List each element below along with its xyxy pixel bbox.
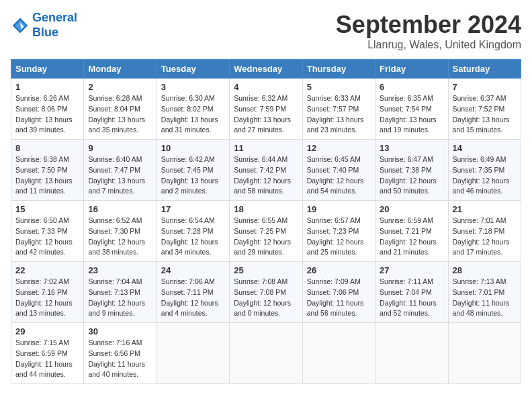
day-info: Sunrise: 6:44 AMSunset: 7:42 PMDaylight:…: [234, 154, 298, 197]
calendar-cell: 30Sunrise: 7:16 AMSunset: 6:56 PMDayligh…: [84, 323, 157, 384]
logo: General Blue: [11, 11, 77, 40]
day-info: Sunrise: 7:06 AMSunset: 7:11 PMDaylight:…: [161, 277, 225, 319]
page-container: General Blue September 2024 Llanrug, Wal…: [11, 11, 521, 384]
day-number: 6: [380, 82, 443, 92]
weekday-header: Saturday: [448, 60, 521, 79]
calendar-cell: 19Sunrise: 6:57 AMSunset: 7:23 PMDayligh…: [302, 201, 375, 262]
calendar-cell: 28Sunrise: 7:13 AMSunset: 7:01 PMDayligh…: [448, 262, 521, 323]
day-info: Sunrise: 6:33 AMSunset: 7:57 PMDaylight:…: [307, 93, 371, 136]
day-number: 28: [453, 265, 517, 275]
calendar-cell: 26Sunrise: 7:09 AMSunset: 7:06 PMDayligh…: [302, 262, 375, 323]
day-number: 12: [307, 143, 371, 153]
day-number: 10: [161, 143, 225, 153]
day-number: 21: [453, 204, 517, 214]
calendar-cell: 24Sunrise: 7:06 AMSunset: 7:11 PMDayligh…: [157, 262, 229, 323]
calendar-cell: 22Sunrise: 7:02 AMSunset: 7:16 PMDayligh…: [11, 262, 84, 323]
day-info: Sunrise: 6:42 AMSunset: 7:45 PMDaylight:…: [161, 154, 225, 197]
calendar-cell: 3Sunrise: 6:30 AMSunset: 8:02 PMDaylight…: [157, 79, 229, 140]
day-info: Sunrise: 6:28 AMSunset: 8:04 PMDaylight:…: [88, 93, 152, 136]
day-number: 26: [307, 265, 371, 275]
calendar-cell: 13Sunrise: 6:47 AMSunset: 7:38 PMDayligh…: [375, 140, 448, 201]
calendar-cell: 18Sunrise: 6:55 AMSunset: 7:25 PMDayligh…: [230, 201, 302, 262]
day-number: 16: [88, 204, 152, 214]
calendar-cell: [375, 323, 448, 384]
day-number: 27: [380, 265, 443, 275]
day-number: 2: [88, 82, 152, 92]
calendar-cell: 11Sunrise: 6:44 AMSunset: 7:42 PMDayligh…: [230, 140, 302, 201]
day-number: 13: [380, 143, 443, 153]
weekday-header: Thursday: [302, 60, 375, 79]
day-info: Sunrise: 7:08 AMSunset: 7:08 PMDaylight:…: [234, 277, 298, 319]
weekday-header: Monday: [84, 60, 157, 79]
day-info: Sunrise: 7:09 AMSunset: 7:06 PMDaylight:…: [307, 277, 371, 319]
logo-icon: [11, 16, 30, 35]
day-number: 22: [15, 265, 79, 275]
calendar-cell: 7Sunrise: 6:37 AMSunset: 7:52 PMDaylight…: [448, 79, 521, 140]
calendar-cell: 23Sunrise: 7:04 AMSunset: 7:13 PMDayligh…: [84, 262, 157, 323]
day-number: 15: [15, 204, 79, 214]
day-info: Sunrise: 7:13 AMSunset: 7:01 PMDaylight:…: [453, 277, 517, 319]
weekday-header: Wednesday: [230, 60, 302, 79]
calendar-cell: 12Sunrise: 6:45 AMSunset: 7:40 PMDayligh…: [302, 140, 375, 201]
svg-marker-1: [15, 19, 26, 31]
day-number: 5: [307, 82, 371, 92]
weekday-header: Friday: [375, 60, 448, 79]
day-info: Sunrise: 6:57 AMSunset: 7:23 PMDaylight:…: [307, 216, 371, 258]
calendar-cell: 5Sunrise: 6:33 AMSunset: 7:57 PMDaylight…: [302, 79, 375, 140]
calendar-cell: 16Sunrise: 6:52 AMSunset: 7:30 PMDayligh…: [84, 201, 157, 262]
day-info: Sunrise: 7:02 AMSunset: 7:16 PMDaylight:…: [15, 277, 79, 319]
day-info: Sunrise: 6:35 AMSunset: 7:54 PMDaylight:…: [380, 93, 443, 136]
day-info: Sunrise: 6:52 AMSunset: 7:30 PMDaylight:…: [88, 216, 152, 258]
calendar-cell: 4Sunrise: 6:32 AMSunset: 7:59 PMDaylight…: [230, 79, 302, 140]
calendar-row: 1Sunrise: 6:26 AMSunset: 8:06 PMDaylight…: [11, 79, 521, 140]
day-number: 7: [453, 82, 517, 92]
calendar-cell: 1Sunrise: 6:26 AMSunset: 8:06 PMDaylight…: [11, 79, 84, 140]
calendar-cell: 10Sunrise: 6:42 AMSunset: 7:45 PMDayligh…: [157, 140, 229, 201]
day-info: Sunrise: 7:04 AMSunset: 7:13 PMDaylight:…: [88, 277, 152, 319]
calendar-row: 8Sunrise: 6:38 AMSunset: 7:50 PMDaylight…: [11, 140, 521, 201]
day-number: 17: [161, 204, 225, 214]
title-area: September 2024 Llanrug, Wales, United Ki…: [336, 11, 521, 51]
weekday-header-row: SundayMondayTuesdayWednesdayThursdayFrid…: [11, 60, 521, 79]
calendar-row: 29Sunrise: 7:15 AMSunset: 6:59 PMDayligh…: [11, 323, 521, 384]
day-number: 29: [15, 326, 79, 336]
day-number: 11: [234, 143, 298, 153]
day-info: Sunrise: 6:54 AMSunset: 7:28 PMDaylight:…: [161, 216, 225, 258]
calendar-cell: 15Sunrise: 6:50 AMSunset: 7:33 PMDayligh…: [11, 201, 84, 262]
calendar-row: 15Sunrise: 6:50 AMSunset: 7:33 PMDayligh…: [11, 201, 521, 262]
day-info: Sunrise: 6:45 AMSunset: 7:40 PMDaylight:…: [307, 154, 371, 197]
calendar-cell: 20Sunrise: 6:59 AMSunset: 7:21 PMDayligh…: [375, 201, 448, 262]
day-number: 19: [307, 204, 371, 214]
calendar-cell: 14Sunrise: 6:49 AMSunset: 7:35 PMDayligh…: [448, 140, 521, 201]
location: Llanrug, Wales, United Kingdom: [336, 39, 521, 51]
day-info: Sunrise: 6:30 AMSunset: 8:02 PMDaylight:…: [161, 93, 225, 136]
day-info: Sunrise: 6:59 AMSunset: 7:21 PMDaylight:…: [380, 216, 443, 258]
day-number: 4: [234, 82, 298, 92]
calendar-cell: 6Sunrise: 6:35 AMSunset: 7:54 PMDaylight…: [375, 79, 448, 140]
calendar-cell: 17Sunrise: 6:54 AMSunset: 7:28 PMDayligh…: [157, 201, 229, 262]
day-info: Sunrise: 6:50 AMSunset: 7:33 PMDaylight:…: [15, 216, 79, 258]
calendar-cell: [230, 323, 302, 384]
day-info: Sunrise: 7:01 AMSunset: 7:18 PMDaylight:…: [453, 216, 517, 258]
calendar-cell: 21Sunrise: 7:01 AMSunset: 7:18 PMDayligh…: [448, 201, 521, 262]
day-number: 20: [380, 204, 443, 214]
header: General Blue September 2024 Llanrug, Wal…: [11, 11, 521, 51]
day-number: 14: [453, 143, 517, 153]
calendar-cell: [302, 323, 375, 384]
calendar-row: 22Sunrise: 7:02 AMSunset: 7:16 PMDayligh…: [11, 262, 521, 323]
month-title: September 2024: [336, 11, 521, 39]
day-info: Sunrise: 7:11 AMSunset: 7:04 PMDaylight:…: [380, 277, 443, 319]
day-number: 9: [88, 143, 152, 153]
day-info: Sunrise: 6:26 AMSunset: 8:06 PMDaylight:…: [15, 93, 79, 136]
calendar-cell: [157, 323, 229, 384]
day-info: Sunrise: 6:49 AMSunset: 7:35 PMDaylight:…: [453, 154, 517, 197]
day-number: 24: [161, 265, 225, 275]
day-info: Sunrise: 6:32 AMSunset: 7:59 PMDaylight:…: [234, 93, 298, 136]
calendar-table: SundayMondayTuesdayWednesdayThursdayFrid…: [11, 59, 521, 384]
day-info: Sunrise: 6:47 AMSunset: 7:38 PMDaylight:…: [380, 154, 443, 197]
calendar-cell: [448, 323, 521, 384]
calendar-cell: 25Sunrise: 7:08 AMSunset: 7:08 PMDayligh…: [230, 262, 302, 323]
day-number: 18: [234, 204, 298, 214]
logo-text: General Blue: [32, 11, 77, 40]
day-number: 1: [15, 82, 79, 92]
